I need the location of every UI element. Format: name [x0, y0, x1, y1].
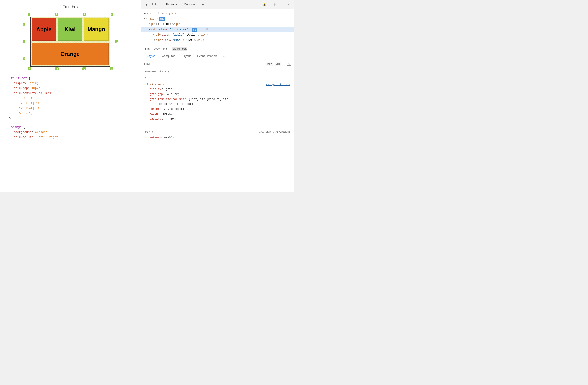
page-title: Fruit box — [7, 4, 134, 9]
grid-bottom-numbers: -4 -3 -2 -1 — [28, 67, 113, 70]
svg-rect-1 — [155, 4, 156, 5]
grid-right-numbers: -1 — [114, 17, 118, 67]
breadcrumb-html[interactable]: html — [144, 47, 151, 51]
close-icon[interactable]: ✕ — [286, 2, 291, 7]
grid-middle-row: 1 2 3 Apple Kiwi Mango Orange -1 — [23, 17, 118, 67]
mango-cell: Mango — [84, 18, 108, 41]
grid-top-numbers: 1 2 3 4 — [28, 13, 113, 17]
breadcrumb-main[interactable]: main — [162, 47, 170, 51]
tab-event-listeners[interactable]: Event Listeners — [194, 52, 221, 60]
css-rule-element-style: element.style { } — [145, 69, 290, 79]
cls-button[interactable]: .cls — [275, 62, 281, 66]
grid-visualization: 1 2 3 4 1 2 3 Apple Kiwi Mango Orange -1 — [23, 13, 118, 70]
grid-badge-fruit-box: grid — [191, 28, 198, 32]
tree-style-tag[interactable]: ▶ <style>…</style> — [144, 11, 291, 16]
css-rule-fruit-box: .fruit-box { css-grid-fruit:1 display: g… — [145, 82, 290, 127]
code-block-fruit-box: .fruit-box { display: grid; grid-gap: 10… — [9, 76, 134, 121]
tree-p-tag[interactable]: <p>Fruit box</p> — [144, 22, 291, 27]
devtools-toolbar: Elements Console » ⚠️ 1 ⚙ ⋮ ✕ — [141, 0, 294, 9]
cursor-icon[interactable] — [144, 2, 149, 7]
more-tabs-icon[interactable]: » — [200, 2, 205, 7]
warning-badge: ⚠️ 1 — [263, 3, 269, 6]
gear-icon[interactable]: ⚙ — [273, 2, 278, 7]
left-panel: Fruit box 1 2 3 4 1 2 3 Apple Kiwi Mango… — [0, 0, 141, 192]
warning-icon: ⚠️ — [263, 3, 266, 6]
fruit-grid: Apple Kiwi Mango Orange — [30, 17, 110, 67]
toolbar-divider-1 — [160, 2, 160, 7]
toolbar-divider-2 — [271, 2, 271, 7]
tab-elements[interactable]: Elements — [163, 2, 180, 7]
tab-layout[interactable]: Layout — [179, 52, 194, 60]
styles-more-tabs-icon[interactable]: » — [221, 52, 226, 60]
tree-div-kiwi[interactable]: <div class="kiwi">Kiwi</div> — [144, 38, 291, 43]
breadcrumb-div-fruit-box[interactable]: div.fruit-box — [172, 47, 188, 51]
apple-cell: Apple — [32, 18, 56, 41]
code-block-orange: .orange { background: orange; grid-colum… — [9, 125, 134, 145]
grid-left-numbers: 1 2 3 — [23, 17, 26, 67]
styles-content: element.style { } .fruit-box { css-grid-… — [141, 67, 294, 192]
more-options-icon[interactable]: ⋮ — [279, 2, 284, 7]
css-source-link[interactable]: css-grid-fruit:1 — [266, 83, 290, 87]
filter-input[interactable] — [144, 62, 264, 65]
breadcrumb: html › body › main › div.fruit-box — [141, 45, 294, 52]
tab-console[interactable]: Console — [181, 2, 198, 7]
devtools-panel: Elements Console » ⚠️ 1 ⚙ ⋮ ✕ ▶ <style>…… — [141, 0, 294, 192]
add-style-button[interactable]: + — [283, 62, 285, 66]
device-toggle-icon[interactable] — [152, 2, 157, 7]
tab-styles[interactable]: Styles — [144, 52, 159, 60]
elements-tree: ▶ <style>…</style> ▼ <main> grid <p>Frui… — [141, 9, 294, 45]
warning-count: 1 — [267, 3, 269, 6]
orange-cell: Orange — [32, 43, 109, 65]
styles-tabs: Styles Computed Layout Event Listeners » — [141, 52, 294, 60]
kiwi-cell: Kiwi — [58, 18, 82, 41]
tree-main-tag[interactable]: ▼ <main> grid — [144, 16, 291, 22]
styles-filter-bar: :hov .cls + ⊡ — [141, 60, 294, 67]
tab-computed[interactable]: Computed — [159, 52, 179, 60]
tree-div-fruit-box[interactable]: … ▼ <div class="fruit-box"> grid == $0 — [141, 27, 294, 33]
css-rule-div-agent: div { user agent stylesheet display: blo… — [145, 130, 290, 144]
user-agent-label: user agent stylesheet — [259, 130, 290, 134]
svg-rect-0 — [153, 3, 155, 5]
tree-div-apple[interactable]: <div class="apple">Apple</div> — [144, 32, 291, 38]
breadcrumb-body[interactable]: body — [153, 47, 161, 51]
toolbar-tabs: Elements Console — [163, 2, 198, 7]
box-model-icon[interactable]: ⊡ — [287, 62, 291, 66]
grid-badge-main: grid — [159, 17, 165, 21]
code-section: .fruit-box { display: grid; grid-gap: 10… — [7, 76, 134, 145]
hov-button[interactable]: :hov — [266, 62, 273, 66]
toolbar-right: ⚠️ 1 ⚙ ⋮ ✕ — [263, 2, 291, 7]
